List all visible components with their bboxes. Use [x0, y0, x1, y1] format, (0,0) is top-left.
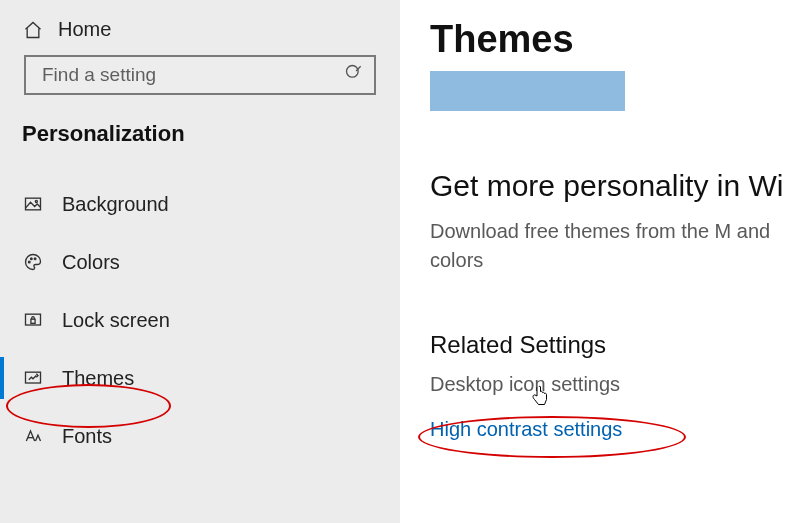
link-label: Desktop icon settings	[430, 373, 620, 395]
sidebar-section-header: Personalization	[0, 121, 400, 165]
sidebar-home-label: Home	[58, 18, 111, 41]
fonts-icon	[22, 425, 44, 447]
sidebar-item-colors[interactable]: Colors	[0, 233, 400, 291]
lock-screen-icon	[22, 309, 44, 331]
picture-icon	[22, 193, 44, 215]
themes-icon	[22, 367, 44, 389]
svg-point-4	[28, 261, 30, 263]
sidebar-home[interactable]: Home	[0, 12, 400, 55]
sidebar-nav-list: Background Colors Lock screen Themes	[0, 165, 400, 465]
link-high-contrast-settings[interactable]: High contrast settings	[430, 418, 800, 441]
sidebar-item-label: Background	[62, 193, 169, 216]
sidebar-item-background[interactable]: Background	[0, 175, 400, 233]
palette-icon	[22, 251, 44, 273]
search-box[interactable]	[24, 55, 376, 95]
svg-rect-9	[26, 372, 41, 383]
sidebar: Home Personalization Background	[0, 0, 400, 523]
svg-rect-8	[31, 319, 35, 323]
sidebar-item-label: Fonts	[62, 425, 112, 448]
sidebar-item-label: Lock screen	[62, 309, 170, 332]
content-pane: Themes Get more personality in Wi Downlo…	[400, 0, 800, 523]
link-label: High contrast settings	[430, 418, 622, 440]
get-more-description: Download free themes from the M and colo…	[430, 217, 800, 275]
sidebar-item-themes[interactable]: Themes	[0, 349, 400, 407]
sidebar-item-label: Themes	[62, 367, 134, 390]
get-more-heading: Get more personality in Wi	[430, 169, 800, 203]
sidebar-item-lock-screen[interactable]: Lock screen	[0, 291, 400, 349]
home-icon	[22, 19, 44, 41]
related-settings-heading: Related Settings	[430, 331, 800, 359]
svg-point-5	[31, 258, 33, 260]
search-icon	[344, 63, 364, 87]
svg-point-0	[347, 66, 359, 78]
selection-highlight	[430, 71, 625, 111]
svg-point-6	[34, 258, 36, 260]
sidebar-item-label: Colors	[62, 251, 120, 274]
search-input[interactable]	[40, 63, 344, 87]
svg-point-3	[35, 200, 37, 202]
search-container	[24, 55, 376, 95]
link-desktop-icon-settings[interactable]: Desktop icon settings	[430, 373, 800, 396]
sidebar-item-fonts[interactable]: Fonts	[0, 407, 400, 465]
page-title: Themes	[430, 18, 800, 61]
